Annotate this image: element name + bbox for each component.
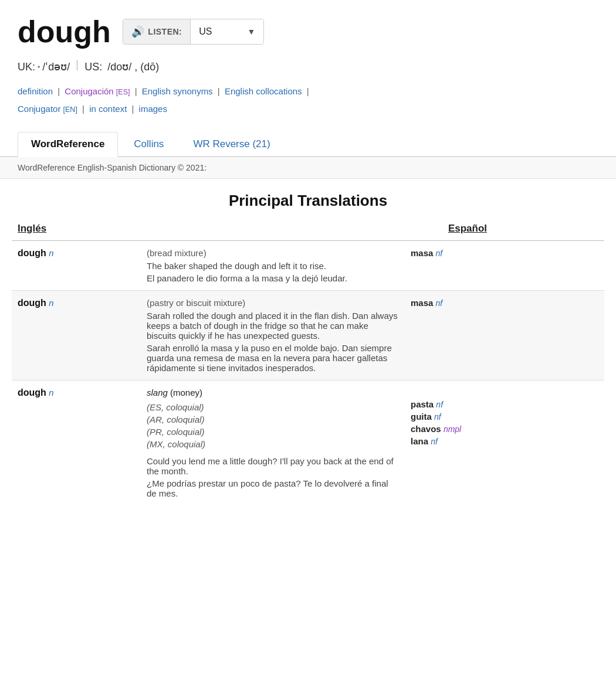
nav-link-in-context[interactable]: in context — [89, 104, 127, 114]
dict-credit: WordReference English-Spanish Dictionary… — [0, 157, 616, 179]
main-content: Principal Translations Inglés Español do… — [0, 179, 616, 505]
us-label: US: — [84, 61, 102, 73]
tab-wordreference[interactable]: WordReference — [18, 132, 118, 157]
slang-row-1: (ES, coloquial) — [147, 402, 399, 412]
nav-link-conjugacion[interactable]: Conjugación [ES] — [65, 86, 130, 96]
tab-wr-reverse[interactable]: WR Reverse (21) — [180, 132, 283, 156]
pron-divider — [77, 60, 77, 70]
chevron-down-icon: ▼ — [248, 27, 256, 36]
slang-qualifier-2: (AR, coloquial) — [147, 414, 241, 424]
word-type-3: n — [49, 388, 53, 397]
tabs-bar: WordReference Collins WR Reverse (21) — [0, 132, 616, 157]
def-qualifier-slang: slang (money) — [147, 388, 202, 397]
trans-cell-3: pasta nf guita nf chavos nmpl lana nf — [405, 380, 604, 506]
tab-collins-label: Collins — [134, 138, 164, 149]
table-row: dough n (pastry or biscuit mixture) Sara… — [12, 291, 604, 380]
headword-1: dough — [18, 248, 46, 258]
example-en-3: Could you lend me a little dough? I'll p… — [147, 456, 399, 476]
tab-collins[interactable]: Collins — [120, 132, 177, 156]
listen-label: LISTEN: — [148, 27, 182, 36]
listen-widget: 🔊 LISTEN: US ▼ — [123, 19, 265, 45]
trans-cell-1: masa nf — [405, 241, 604, 291]
uk-pron: /ˈdəʊ/ — [42, 60, 70, 73]
word-title: dough — [18, 14, 111, 49]
slang-qualifier-4: (MX, coloquial) — [147, 439, 241, 449]
nav-link-english-synonyms[interactable]: English synonyms — [142, 86, 213, 96]
slang-qualifier-1: (ES, coloquial) — [147, 402, 241, 412]
word-type-1: n — [49, 248, 53, 258]
example-es-1: El panadero le dio forma a la masa y la … — [147, 273, 399, 283]
col-header-ingles: Inglés — [12, 218, 141, 241]
nav-link-conjugator[interactable]: Conjugator [EN] — [18, 104, 77, 114]
translations-table: Inglés Español dough n (bread mixture) T… — [12, 218, 604, 505]
col-header-espanol: Español — [141, 218, 604, 241]
slang-row-3: (PR, coloquial) — [147, 427, 399, 437]
def-cell-1: (bread mixture) The baker shaped the dou… — [141, 241, 405, 291]
example-en-1: The baker shaped the dough and left it t… — [147, 261, 399, 271]
word-type-2: n — [49, 298, 53, 308]
example-es-2: Sarah enrolló la masa y la puso en el mo… — [147, 343, 399, 373]
tab-wr-reverse-label: WR Reverse (21) — [193, 138, 270, 149]
nav-link-definition[interactable]: definition — [18, 86, 53, 96]
def-cell-2: (pastry or biscuit mixture) Sarah rolled… — [141, 291, 405, 380]
speaker-icon: 🔊 — [131, 25, 145, 38]
locale-value: US — [199, 26, 212, 37]
entry-word-1: dough n — [12, 241, 141, 291]
uk-label: UK: — [18, 61, 35, 73]
def-qualifier-1: (bread mixture) — [147, 248, 207, 258]
slang-trans-4: lana nf — [411, 436, 598, 446]
headword-2: dough — [18, 298, 46, 308]
def-cell-3: slang (money) (ES, coloquial) (AR, coloq… — [141, 380, 405, 506]
slang-row-4: (MX, coloquial) — [147, 439, 399, 449]
uk-asterisk: * — [38, 64, 40, 72]
slang-trans-2: guita nf — [411, 412, 598, 422]
example-en-2: Sarah rolled the dough and placed it in … — [147, 311, 399, 341]
column-headers: Inglés Español — [12, 218, 604, 241]
table-row: dough n (bread mixture) The baker shaped… — [12, 241, 604, 291]
nav-links: definition | Conjugación [ES] | English … — [18, 83, 598, 118]
listen-button[interactable]: 🔊 LISTEN: — [123, 19, 191, 44]
trans-word-2: masa — [411, 298, 433, 308]
slang-qualifier-3: (PR, coloquial) — [147, 427, 241, 437]
headword-3: dough — [18, 388, 46, 397]
nav-link-english-collocations[interactable]: English collocations — [225, 86, 302, 96]
word-title-row: dough 🔊 LISTEN: US ▼ — [18, 14, 598, 49]
tab-wordreference-label: WordReference — [31, 138, 104, 149]
entry-word-3: dough n — [12, 380, 141, 506]
section-title: Principal Translations — [12, 179, 604, 218]
trans-type-2: nf — [436, 298, 443, 308]
slang-trans-1: pasta nf — [411, 399, 598, 409]
header-section: dough 🔊 LISTEN: US ▼ UK:* /ˈdəʊ/ US: /do… — [0, 0, 616, 127]
slang-row-2: (AR, coloquial) — [147, 414, 399, 424]
table-row: dough n slang (money) (ES, coloquial) (A… — [12, 380, 604, 506]
entry-word-2: dough n — [12, 291, 141, 380]
pronunciation-row: UK:* /ˈdəʊ/ US: /doʊ/ , (dō) — [18, 60, 598, 73]
trans-type-1: nf — [436, 249, 443, 258]
locale-select[interactable]: US ▼ — [191, 19, 263, 44]
slang-trans-3: chavos nmpl — [411, 424, 598, 434]
us-pron: /doʊ/ , (dō) — [104, 60, 159, 73]
trans-word-1: masa — [411, 248, 433, 258]
nav-link-images[interactable]: images — [139, 104, 167, 114]
def-qualifier-2: (pastry or biscuit mixture) — [147, 298, 245, 308]
example-es-3: ¿Me podrías prestar un poco de pasta? Te… — [147, 478, 399, 498]
trans-cell-2: masa nf — [405, 291, 604, 380]
